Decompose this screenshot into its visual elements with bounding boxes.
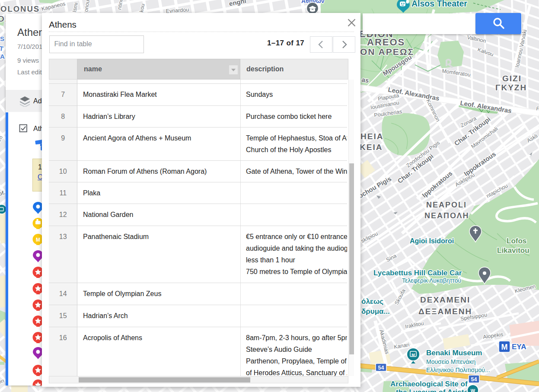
svg-text:Archaeological Site of: Archaeological Site of	[390, 380, 468, 388]
svg-text:M: M	[501, 343, 508, 351]
svg-text:Ελληνικού Πολιτισμού...: Ελληνικού Πολιτισμού...	[426, 367, 490, 373]
svg-text:A: A	[0, 53, 5, 60]
svg-text:W: W	[471, 388, 475, 392]
svg-text:M: M	[411, 353, 415, 357]
svg-text:NEAPOLI: NEAPOLI	[426, 201, 467, 209]
svg-text:M: M	[36, 237, 40, 243]
svg-text:Agioi Isidoroi: Agioi Isidoroi	[410, 237, 454, 245]
svg-text:ΓΚΥΖΗ: ΓΚΥΖΗ	[495, 83, 527, 92]
svg-text:as: as	[361, 76, 370, 84]
svg-text:ΚΕΙΑ: ΚΕΙΑ	[360, 143, 383, 152]
svg-text:DEXAMENI: DEXAMENI	[420, 295, 470, 304]
svg-text:ΟΝ ΑΡΕΩΣ: ΟΝ ΑΡΕΩΣ	[360, 47, 414, 57]
svg-text:Lycabettus Hill Cable Car: Lycabettus Hill Cable Car	[373, 269, 462, 277]
svg-text:GIZI: GIZI	[502, 74, 522, 83]
svg-text:Benaki Museum: Benaki Museum	[426, 349, 482, 357]
svg-text:όλεως: όλεως	[361, 297, 383, 306]
svg-text:S: S	[0, 35, 4, 42]
svg-text:54: 54	[471, 376, 477, 382]
svg-text:Alsos Theater: Alsos Theater	[411, 0, 467, 8]
svg-text:Τελεφερίκ Λυκαβηττού: Τελεφερίκ Λυκαβηττού	[402, 277, 461, 284]
svg-text:ΔΕΞΑΜΕΝΗ: ΔΕΞΑΜΕΝΗ	[418, 307, 472, 316]
svg-text:54: 54	[378, 365, 384, 371]
svg-text:ΝΕΑΠΟΛΗ: ΝΕΑΠΟΛΗ	[424, 211, 469, 220]
svg-text:ΕΥΑ: ΕΥΑ	[512, 343, 526, 351]
svg-text:Lofos: Lofos	[507, 237, 526, 245]
svg-text:Μουσείο Μπενάκη: Μουσείο Μπενάκη	[426, 358, 475, 365]
svg-text:Likavitou: Likavitou	[497, 246, 529, 255]
svg-text:δρυμα...: δρυμα...	[361, 307, 390, 316]
svg-text:OLONUS: OLONUS	[0, 4, 40, 13]
svg-text:P: P	[536, 105, 539, 112]
svg-text:the Lyceum of Aristotle: the Lyceum of Aristotle	[396, 388, 477, 392]
svg-text:ΗΕΙΑ: ΗΕΙΑ	[360, 132, 383, 141]
